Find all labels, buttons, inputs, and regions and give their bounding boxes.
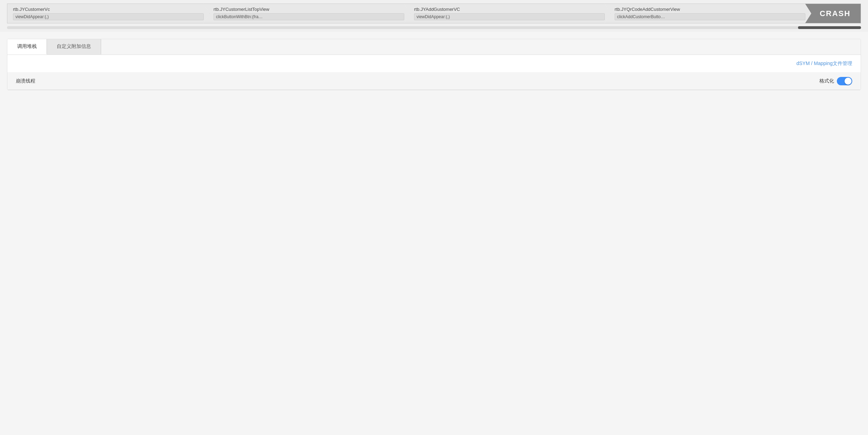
crash-label: CRASH xyxy=(820,9,850,18)
flow-arrow-bottom-3: clickAddCustomerButto… xyxy=(615,13,805,20)
flow-arrow-top-2: rtb.JYAddGustomerVC xyxy=(414,7,605,12)
flow-arrow-bottom-2: viewDidAppear:(,) xyxy=(414,13,605,20)
flow-arrow-bottom-0: viewDidAppear:(,) xyxy=(13,13,204,20)
flow-arrow-bottom-1: clickButtonWithBtn:(fra… xyxy=(214,13,404,20)
flow-crash-item: CRASH xyxy=(805,3,861,23)
flow-arrow-top-0: rtb.JYCustomerVc xyxy=(13,7,204,12)
flow-arrow-item-3: rtb.JYQrCodeAddCustomerView clickAddCust… xyxy=(604,3,811,23)
flow-arrow-top-1: rtb.JYCustomerListTopView xyxy=(214,7,404,12)
scrollbar-thumb xyxy=(798,26,861,29)
tab-0[interactable]: 调用堆栈 xyxy=(7,39,47,55)
scrollbar-row xyxy=(0,23,868,32)
flow-arrows: rtb.JYCustomerVc viewDidAppear:(,) rtb.J… xyxy=(7,3,861,23)
tab-1[interactable]: 自定义附加信息 xyxy=(47,39,101,55)
toggle-thumb xyxy=(845,78,852,85)
dsym-row: dSYM / Mapping文件管理 xyxy=(7,55,861,73)
crash-thread-header: 崩溃线程 格式化 xyxy=(7,73,861,90)
format-label: 格式化 xyxy=(819,78,834,84)
main-content: 调用堆栈自定义附加信息 dSYM / Mapping文件管理 崩溃线程 格式化 xyxy=(7,39,861,90)
scrollbar-track[interactable] xyxy=(7,26,861,29)
dsym-link[interactable]: dSYM / Mapping文件管理 xyxy=(797,60,853,66)
format-row: 格式化 xyxy=(819,77,852,85)
flow-arrow-item-0: rtb.JYCustomerVc viewDidAppear:(,) xyxy=(7,3,210,23)
crash-thread-title: 崩溃线程 xyxy=(16,78,35,84)
flow-arrow-item-1: rtb.JYCustomerListTopView clickButtonWit… xyxy=(203,3,410,23)
flow-container: rtb.JYCustomerVc viewDidAppear:(,) rtb.J… xyxy=(0,0,868,23)
format-toggle[interactable] xyxy=(837,77,852,85)
tabs-row: 调用堆栈自定义附加信息 xyxy=(7,39,861,55)
flow-arrow-top-3: rtb.JYQrCodeAddCustomerView xyxy=(615,7,805,12)
flow-arrow-item-2: rtb.JYAddGustomerVC viewDidAppear:(,) xyxy=(404,3,611,23)
